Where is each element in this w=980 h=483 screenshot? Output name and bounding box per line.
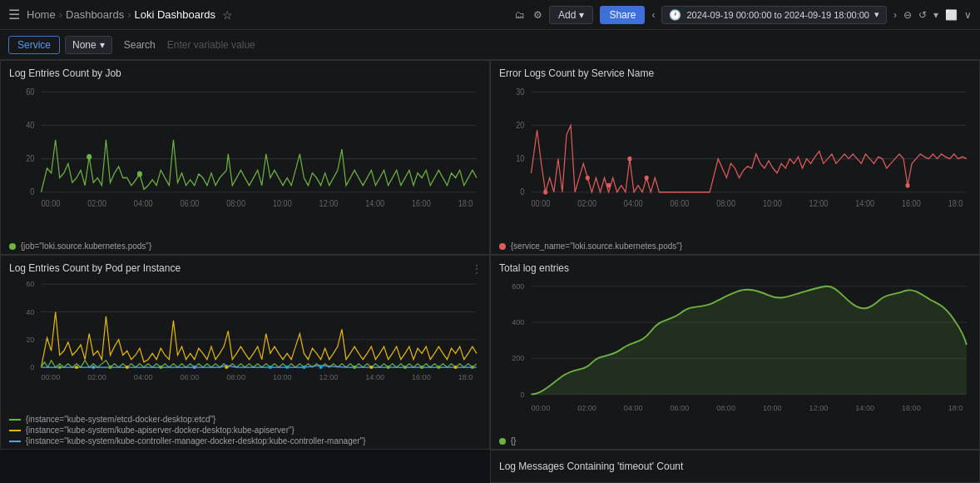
panel-total-log-entries: Total log entries 600 400 200 0 00:00 02… xyxy=(490,255,980,450)
breadcrumb-dashboards[interactable]: Dashboards xyxy=(66,8,124,21)
search-input[interactable] xyxy=(167,39,300,51)
svg-text:14:00: 14:00 xyxy=(365,372,384,381)
chart-log-entries-by-pod: 60 40 20 0 00:00 02:00 04:00 06:00 08:00… xyxy=(9,277,481,411)
svg-point-75 xyxy=(369,366,373,369)
svg-text:14:00: 14:00 xyxy=(855,403,874,412)
filterbar: Service None ▾ Search xyxy=(0,30,980,60)
none-chevron-icon: ▾ xyxy=(100,39,105,51)
svg-point-19 xyxy=(137,172,142,177)
svg-text:40: 40 xyxy=(26,120,35,130)
svg-text:16:00: 16:00 xyxy=(412,372,431,381)
panel-log-entries-by-job: Log Entries Count by Job 60 40 20 0 00:0… xyxy=(0,60,490,255)
time-range-chevron: ▾ xyxy=(874,9,879,20)
svg-text:40: 40 xyxy=(26,308,34,316)
svg-text:02:00: 02:00 xyxy=(87,198,106,208)
svg-point-71 xyxy=(285,366,289,369)
svg-text:16:00: 16:00 xyxy=(902,403,921,412)
svg-text:10:00: 10:00 xyxy=(273,198,292,208)
svg-text:600: 600 xyxy=(512,281,524,291)
svg-text:06:00: 06:00 xyxy=(671,198,690,208)
svg-text:16:00: 16:00 xyxy=(412,198,431,208)
breadcrumb-home[interactable]: Home xyxy=(27,8,56,21)
svg-point-43 xyxy=(906,183,910,188)
dashboard-grid: Log Entries Count by Job 60 40 20 0 00:0… xyxy=(0,60,980,483)
svg-text:12:00: 12:00 xyxy=(319,372,339,381)
svg-text:0: 0 xyxy=(30,187,35,197)
svg-text:02:00: 02:00 xyxy=(87,372,106,381)
chart-error-logs-by-service: 30 20 10 0 00:00 02:00 04:00 06:00 08:00… xyxy=(499,82,971,240)
chart-log-entries-by-job: 60 40 20 0 00:00 02:00 04:00 06:00 08:00… xyxy=(9,82,481,240)
svg-text:14:00: 14:00 xyxy=(855,198,874,208)
panel-title-log-entries-by-pod: Log Entries Count by Pod per Instance xyxy=(9,262,481,274)
panel-title-error-logs-by-service: Error Logs Count by Service Name xyxy=(499,67,971,79)
nav-left-icon[interactable]: ‹ xyxy=(651,9,655,21)
svg-point-62 xyxy=(58,366,62,369)
svg-text:10:00: 10:00 xyxy=(763,403,782,412)
menu-icon[interactable]: ☰ xyxy=(8,7,20,22)
svg-text:02:00: 02:00 xyxy=(577,198,596,208)
none-dropdown[interactable]: None ▾ xyxy=(65,36,112,54)
legend-pod-instances: {instance="kube-system/etcd-docker-deskt… xyxy=(9,413,481,446)
svg-text:30: 30 xyxy=(516,87,525,97)
panel-title-timeout-count: Log Messages Containing 'timeout' Count xyxy=(499,461,971,472)
star-icon[interactable]: ☆ xyxy=(222,8,233,22)
svg-text:02:00: 02:00 xyxy=(577,403,596,412)
panel-menu-icon[interactable]: ⋮ xyxy=(471,262,483,276)
svg-text:10:00: 10:00 xyxy=(763,198,782,208)
svg-text:60: 60 xyxy=(26,87,35,97)
panel-log-entries-by-pod: Log Entries Count by Pod per Instance ⋮ … xyxy=(0,255,490,450)
svg-text:400: 400 xyxy=(512,317,524,326)
nav-right-icon[interactable]: › xyxy=(893,9,897,21)
svg-text:04:00: 04:00 xyxy=(624,403,643,412)
svg-text:06:00: 06:00 xyxy=(181,372,200,381)
svg-point-64 xyxy=(159,366,162,369)
svg-point-72 xyxy=(302,366,305,369)
share-button[interactable]: Share xyxy=(600,6,645,24)
legend-log-entries-by-job: {job="loki.source.kubernetes.pods"} xyxy=(9,242,481,251)
legend-total-log-entries: {} xyxy=(499,436,971,446)
svg-point-69 xyxy=(193,366,196,369)
svg-point-65 xyxy=(75,366,78,369)
svg-text:18:0: 18:0 xyxy=(458,198,473,208)
svg-text:0: 0 xyxy=(520,389,524,398)
svg-point-42 xyxy=(645,176,649,181)
svg-text:06:00: 06:00 xyxy=(671,403,690,412)
svg-text:200: 200 xyxy=(512,353,524,362)
svg-text:20: 20 xyxy=(26,154,35,164)
svg-text:10: 10 xyxy=(516,154,525,164)
svg-text:18:0: 18:0 xyxy=(948,403,963,412)
svg-text:0: 0 xyxy=(30,363,34,371)
tv-icon[interactable]: ⬜ xyxy=(945,9,958,21)
svg-text:08:00: 08:00 xyxy=(716,198,735,208)
breadcrumb: Home › Dashboards › Loki Dashboards ☆ xyxy=(27,8,233,22)
svg-text:18:0: 18:0 xyxy=(458,372,473,381)
search-filter-button[interactable]: Search xyxy=(117,37,162,53)
svg-text:00:00: 00:00 xyxy=(531,403,550,412)
add-button[interactable]: Add ▾ xyxy=(549,6,593,24)
refresh-chevron-icon[interactable]: ▾ xyxy=(933,9,938,21)
more-chevron-icon[interactable]: ∨ xyxy=(964,9,972,21)
svg-text:12:00: 12:00 xyxy=(809,198,829,208)
svg-text:00:00: 00:00 xyxy=(41,372,60,381)
svg-point-78 xyxy=(420,366,423,369)
svg-point-79 xyxy=(437,366,440,369)
svg-point-63 xyxy=(108,366,111,369)
gear-icon[interactable]: ⚙ xyxy=(533,9,542,21)
svg-text:06:00: 06:00 xyxy=(181,198,200,208)
svg-text:04:00: 04:00 xyxy=(624,198,643,208)
svg-text:12:00: 12:00 xyxy=(319,198,339,208)
svg-point-74 xyxy=(353,366,356,369)
time-range-picker[interactable]: 🕐 2024-09-19 00:00:00 to 2024-09-19 18:0… xyxy=(661,6,887,24)
panel-title-log-entries-by-job: Log Entries Count by Job xyxy=(9,67,481,79)
zoom-out-icon[interactable]: ⊖ xyxy=(903,9,912,21)
breadcrumb-current: Loki Dashboards xyxy=(134,8,215,21)
svg-point-77 xyxy=(403,366,407,369)
svg-text:08:00: 08:00 xyxy=(226,198,245,208)
svg-text:20: 20 xyxy=(26,336,34,344)
folder-icon[interactable]: 🗂 xyxy=(515,9,525,21)
svg-text:08:00: 08:00 xyxy=(226,372,245,381)
refresh-icon[interactable]: ↺ xyxy=(918,9,927,21)
svg-text:20: 20 xyxy=(516,120,525,130)
add-chevron-icon: ▾ xyxy=(579,9,584,21)
service-filter-button[interactable]: Service xyxy=(8,36,60,54)
